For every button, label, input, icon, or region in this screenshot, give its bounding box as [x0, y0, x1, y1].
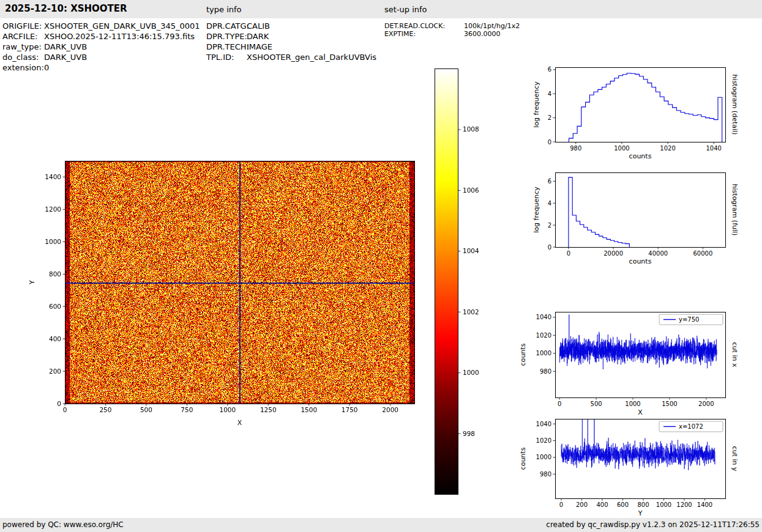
info-row: do_class:DARK_UVB: [2, 52, 200, 62]
cut-in-x-plot: 0500100015002000980100010201040Xcountscu…: [517, 303, 762, 420]
info-row: DET.READ.CLOCK:100k/1pt/hg/1x2: [384, 22, 520, 30]
svg-text:1500: 1500: [301, 406, 317, 413]
svg-text:250: 250: [99, 406, 111, 413]
svg-text:counts: counts: [629, 257, 652, 265]
info-label: extension:: [2, 62, 44, 73]
cut-in-y-plot: 0200400600800100012001400980100010201040…: [517, 410, 762, 520]
svg-text:2000: 2000: [698, 401, 714, 407]
info-value: XSHOOTER_GEN_DARK_UVB_345_0001: [44, 21, 200, 31]
svg-text:2: 2: [548, 114, 551, 121]
info-value: DARK_UVB: [44, 42, 87, 51]
svg-text:histogram (detail): histogram (detail): [731, 75, 739, 135]
svg-text:1200: 1200: [45, 205, 61, 213]
svg-text:0: 0: [558, 401, 561, 407]
svg-text:980: 980: [540, 368, 551, 375]
info-label: raw_type:: [2, 42, 44, 52]
colorbar: 99810001002100410061008: [428, 61, 502, 508]
svg-text:40000: 40000: [648, 250, 668, 257]
svg-text:1000: 1000: [656, 501, 671, 508]
svg-text:0: 0: [559, 501, 563, 508]
info-row: EXPTIME:3600.0000: [384, 30, 520, 38]
svg-text:X: X: [237, 419, 242, 427]
info-label: do_class:: [2, 52, 44, 62]
svg-text:6: 6: [548, 66, 551, 73]
type-info-heading: type info: [206, 5, 242, 14]
info-row: raw_type:DARK_UVB: [2, 42, 200, 52]
svg-text:1200: 1200: [676, 501, 692, 508]
info-label: DPR.TYPE:: [206, 31, 247, 42]
svg-text:4: 4: [548, 200, 551, 207]
svg-text:1500: 1500: [662, 401, 677, 407]
svg-text:200: 200: [576, 501, 588, 508]
svg-text:500: 500: [140, 406, 152, 413]
setup-info-heading: set-up info: [384, 5, 427, 14]
svg-text:counts: counts: [519, 447, 527, 470]
svg-text:1004: 1004: [463, 247, 479, 254]
svg-text:log frequency: log frequency: [532, 81, 540, 128]
svg-text:800: 800: [637, 501, 649, 508]
histogram-detail-plot: 9801000102010400246countslog frequencyhi…: [517, 58, 762, 173]
info-row: DPR.CATG:CALIB: [206, 21, 376, 31]
svg-text:y=750: y=750: [679, 316, 699, 323]
info-value: DARK: [247, 32, 269, 41]
svg-text:0: 0: [57, 400, 61, 407]
svg-text:1250: 1250: [260, 406, 277, 413]
svg-text:1400: 1400: [45, 173, 61, 180]
info-label: EXPTIME:: [384, 30, 464, 38]
info-label: DPR.CATG:: [206, 21, 247, 31]
svg-text:1000: 1000: [614, 145, 629, 152]
raw-image-plot: 0250500750100012501500175020000200400600…: [28, 153, 431, 439]
svg-text:0: 0: [63, 406, 67, 413]
svg-text:1000: 1000: [45, 238, 61, 245]
svg-text:200: 200: [49, 368, 61, 375]
svg-text:1006: 1006: [463, 187, 479, 194]
svg-text:2000: 2000: [382, 406, 398, 413]
histogram-full-plot: 02000040000600000246countslog frequencyh…: [517, 163, 762, 278]
svg-text:1002: 1002: [463, 308, 479, 316]
info-row: DPR.TECH:IMAGE: [206, 42, 376, 52]
info-label: DET.READ.CLOCK:: [384, 22, 464, 30]
info-row: ARCFILE:XSHOO.2025-12-11T13:46:15.793.fi…: [2, 31, 200, 42]
svg-text:2: 2: [548, 222, 551, 229]
svg-text:cut in y: cut in y: [731, 446, 739, 471]
svg-text:1400: 1400: [697, 501, 712, 508]
svg-text:cut in x: cut in x: [731, 342, 739, 368]
info-label: ORIGFILE:: [2, 21, 44, 31]
svg-text:998: 998: [463, 430, 475, 437]
svg-text:6: 6: [548, 178, 551, 185]
svg-text:1040: 1040: [706, 145, 721, 152]
svg-text:750: 750: [181, 406, 193, 413]
type-info-block: DPR.CATG:CALIB DPR.TYPE:DARK DPR.TECH:IM…: [206, 21, 376, 62]
svg-text:1750: 1750: [342, 406, 358, 413]
svg-text:0: 0: [548, 244, 551, 251]
svg-text:1020: 1020: [536, 332, 551, 339]
info-row: TPL.ID:XSHOOTER_gen_cal_DarkUVBVis: [206, 52, 376, 62]
info-value: 100k/1pt/hg/1x2: [464, 22, 520, 30]
svg-text:1008: 1008: [463, 125, 479, 133]
svg-text:Y: Y: [28, 280, 36, 285]
qc-report-page: 2025-12-10: XSHOOTER type info set-up in…: [0, 0, 762, 532]
svg-text:500: 500: [591, 401, 602, 407]
info-label: TPL.ID:: [206, 52, 247, 62]
info-value: CALIB: [247, 21, 270, 31]
svg-text:1020: 1020: [660, 145, 675, 152]
svg-text:800: 800: [49, 270, 61, 278]
svg-text:980: 980: [540, 471, 551, 478]
svg-text:400: 400: [49, 335, 61, 342]
svg-text:1000: 1000: [625, 401, 640, 407]
svg-text:60000: 60000: [693, 250, 713, 257]
svg-text:1000: 1000: [463, 369, 479, 376]
info-value: IMAGE: [247, 42, 272, 51]
svg-text:1040: 1040: [536, 314, 551, 320]
footer-credit-left: powered by QC: www.eso.org/HC: [2, 520, 124, 529]
svg-text:log frequency: log frequency: [532, 187, 540, 233]
svg-text:histogram (full): histogram (full): [731, 184, 739, 236]
info-value: XSHOOTER_gen_cal_DarkUVBVis: [247, 53, 376, 62]
svg-text:1000: 1000: [536, 454, 551, 460]
svg-text:counts: counts: [519, 343, 527, 366]
svg-text:x=1072: x=1072: [679, 423, 703, 430]
info-row: DPR.TYPE:DARK: [206, 31, 376, 42]
info-label: DPR.TECH:: [206, 42, 247, 52]
svg-text:20000: 20000: [603, 250, 623, 257]
svg-text:980: 980: [570, 145, 581, 152]
